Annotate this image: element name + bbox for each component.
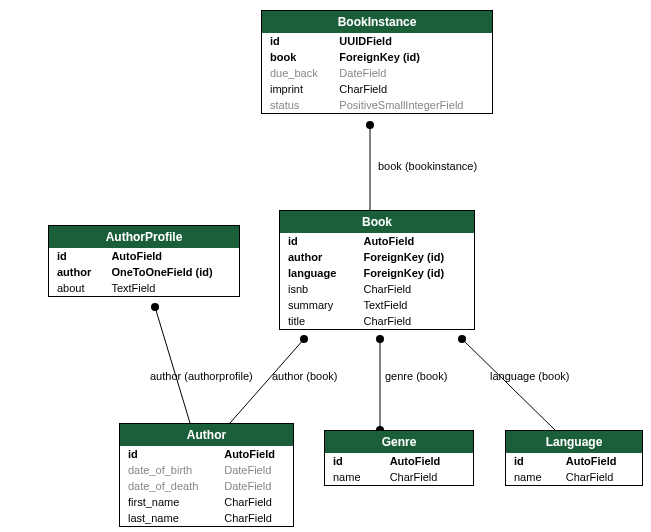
entity-title: Genre <box>325 431 473 453</box>
field-type: AutoField <box>107 248 239 264</box>
field-name: author <box>49 264 107 280</box>
svg-point-1 <box>366 121 374 129</box>
edge-label-language-book: language (book) <box>490 370 570 382</box>
field-name: due_back <box>262 65 335 81</box>
field-type: AutoField <box>359 233 474 249</box>
svg-point-5 <box>300 335 308 343</box>
field-name: summary <box>280 297 359 313</box>
field-name: id <box>49 248 107 264</box>
field-name: date_of_death <box>120 478 220 494</box>
field-type: DateField <box>220 462 293 478</box>
svg-line-2 <box>155 307 190 423</box>
entity-title: Author <box>120 424 293 446</box>
field-type: DateField <box>335 65 492 81</box>
field-name: isnb <box>280 281 359 297</box>
entity-fields: idAutoField nameCharField <box>325 453 473 485</box>
field-name: imprint <box>262 81 335 97</box>
entity-title: AuthorProfile <box>49 226 239 248</box>
field-type: CharField <box>359 281 474 297</box>
entity-fields: idUUIDField bookForeignKey (id) due_back… <box>262 33 492 113</box>
field-type: CharField <box>220 510 293 526</box>
entity-author: Author idAutoField date_of_birthDateFiel… <box>119 423 294 527</box>
field-name: book <box>262 49 335 65</box>
entity-genre: Genre idAutoField nameCharField <box>324 430 474 486</box>
field-type: PositiveSmallIntegerField <box>335 97 492 113</box>
field-name: id <box>120 446 220 462</box>
field-type: CharField <box>220 494 293 510</box>
field-type: ForeignKey (id) <box>359 249 474 265</box>
edge-label-bookinstance-book: book (bookinstance) <box>378 160 477 172</box>
entity-fields: idAutoField date_of_birthDateField date_… <box>120 446 293 526</box>
field-name: name <box>325 469 386 485</box>
entity-title: BookInstance <box>262 11 492 33</box>
field-type: AutoField <box>220 446 293 462</box>
svg-point-10 <box>458 335 466 343</box>
field-name: last_name <box>120 510 220 526</box>
entity-language: Language idAutoField nameCharField <box>505 430 643 486</box>
entity-title: Language <box>506 431 642 453</box>
field-type: CharField <box>562 469 642 485</box>
svg-point-3 <box>151 303 159 311</box>
field-name: language <box>280 265 359 281</box>
field-type: UUIDField <box>335 33 492 49</box>
field-type: TextField <box>107 280 239 296</box>
svg-point-7 <box>376 335 384 343</box>
entity-fields: idAutoField nameCharField <box>506 453 642 485</box>
field-name: id <box>325 453 386 469</box>
field-name: about <box>49 280 107 296</box>
entity-fields: idAutoField authorForeignKey (id) langua… <box>280 233 474 329</box>
field-type: CharField <box>386 469 473 485</box>
field-name: id <box>262 33 335 49</box>
field-name: id <box>280 233 359 249</box>
field-type: OneToOneField (id) <box>107 264 239 280</box>
field-type: DateField <box>220 478 293 494</box>
field-type: CharField <box>359 313 474 329</box>
edge-label-genre-book: genre (book) <box>385 370 447 382</box>
entity-book: Book idAutoField authorForeignKey (id) l… <box>279 210 475 330</box>
field-type: AutoField <box>562 453 642 469</box>
field-name: status <box>262 97 335 113</box>
entity-title: Book <box>280 211 474 233</box>
field-type: ForeignKey (id) <box>359 265 474 281</box>
field-name: author <box>280 249 359 265</box>
entity-authorprofile: AuthorProfile idAutoField authorOneToOne… <box>48 225 240 297</box>
field-name: name <box>506 469 562 485</box>
field-name: id <box>506 453 562 469</box>
edge-label-author-book: author (book) <box>272 370 337 382</box>
field-type: ForeignKey (id) <box>335 49 492 65</box>
edge-label-author-authorprofile: author (authorprofile) <box>150 370 253 382</box>
field-name: first_name <box>120 494 220 510</box>
entity-fields: idAutoField authorOneToOneField (id) abo… <box>49 248 239 296</box>
field-type: CharField <box>335 81 492 97</box>
field-type: TextField <box>359 297 474 313</box>
field-name: title <box>280 313 359 329</box>
entity-bookinstance: BookInstance idUUIDField bookForeignKey … <box>261 10 493 114</box>
field-type: AutoField <box>386 453 473 469</box>
field-name: date_of_birth <box>120 462 220 478</box>
svg-line-9 <box>462 339 555 430</box>
